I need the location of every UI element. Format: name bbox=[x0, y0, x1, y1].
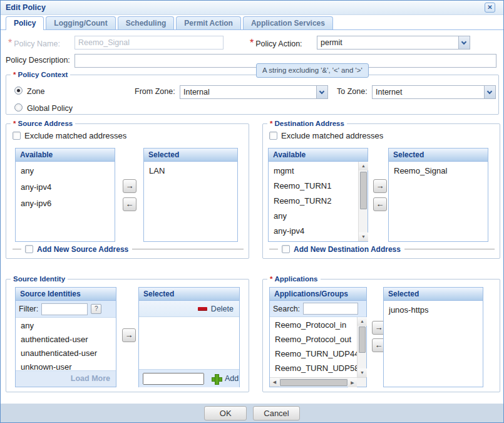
list-item[interactable]: any-ipv6 bbox=[16, 196, 115, 212]
list-item[interactable]: Reemo_TURN_UDP443 bbox=[270, 347, 357, 362]
vertical-scrollbar[interactable]: ▲ ▼ bbox=[358, 162, 368, 241]
ok-button[interactable]: OK bbox=[204, 406, 247, 420]
scroll-up-icon[interactable]: ▲ bbox=[359, 162, 368, 170]
scroll-thumb[interactable] bbox=[359, 326, 366, 353]
move-right-button[interactable]: → bbox=[123, 179, 136, 193]
add-identity-input[interactable] bbox=[143, 373, 204, 385]
delete-toolbar: Delete bbox=[139, 301, 239, 317]
list-item[interactable]: Reemo_TURN_UDP58200 bbox=[270, 362, 357, 376]
add-plus-icon[interactable] bbox=[212, 374, 221, 384]
source-available-panel: Available any any-ipv4 any-ipv6 bbox=[15, 148, 115, 242]
add-row: Add bbox=[139, 369, 239, 387]
filter-input[interactable] bbox=[41, 303, 88, 315]
list-item[interactable]: junos-https bbox=[384, 303, 483, 319]
global-policy-radio[interactable] bbox=[14, 103, 23, 112]
add-new-destination-row: Add New Destination Address bbox=[269, 244, 495, 254]
policy-action-select[interactable]: permit bbox=[317, 36, 470, 50]
source-exclude-checkbox[interactable] bbox=[13, 132, 21, 140]
policy-description-label: Policy Description: bbox=[6, 56, 70, 65]
scroll-down-icon[interactable]: ▼ bbox=[359, 232, 368, 241]
list-item[interactable]: Reemo_Protocol_out bbox=[270, 333, 357, 347]
list-item[interactable]: Reemo_Protocol_in bbox=[270, 318, 357, 333]
tab-permit-action[interactable]: Permit Action bbox=[176, 16, 241, 29]
list-item[interactable]: any-ipv6 bbox=[269, 239, 358, 241]
scroll-left-icon[interactable]: ◀ bbox=[270, 378, 279, 387]
list-item[interactable]: mgmt bbox=[269, 164, 358, 179]
zone-radio[interactable] bbox=[14, 86, 23, 95]
policy-action-label: *Policy Action: bbox=[250, 38, 302, 49]
destination-exclude-row: Exclude matched addresses bbox=[269, 131, 383, 140]
add-new-source-checkbox[interactable] bbox=[25, 245, 33, 253]
to-zone-select[interactable]: Internet bbox=[372, 85, 496, 99]
applications-groups-panel: Applications/Groups Search: Reemo_Protoc… bbox=[269, 287, 367, 387]
tab-logging-count[interactable]: Logging/Count bbox=[46, 16, 115, 29]
list-item[interactable]: any-ipv4 bbox=[16, 180, 115, 196]
list-item[interactable]: Reemo_TURN1 bbox=[269, 179, 358, 194]
list-item[interactable]: any bbox=[16, 164, 115, 180]
help-icon[interactable]: ? bbox=[91, 304, 101, 314]
destination-available-list: mgmt Reemo_TURN1 Reemo_TURN2 any any-ipv… bbox=[269, 162, 358, 241]
list-item[interactable]: any bbox=[269, 209, 358, 224]
list-item[interactable]: unknown-user bbox=[16, 360, 116, 370]
add-new-destination-checkbox[interactable] bbox=[282, 245, 290, 253]
add-button[interactable]: Add bbox=[225, 374, 239, 383]
list-item[interactable]: Reemo_TURN2 bbox=[269, 194, 358, 209]
load-more-button[interactable]: Load More bbox=[16, 370, 116, 387]
move-left-button[interactable]: ← bbox=[123, 197, 136, 211]
list-item[interactable]: any-ipv4 bbox=[269, 224, 358, 239]
source-selected-header: Selected bbox=[144, 149, 237, 162]
search-input[interactable] bbox=[303, 303, 358, 315]
tab-scheduling[interactable]: Scheduling bbox=[118, 16, 175, 29]
applications-list: Reemo_Protocol_in Reemo_Protocol_out Ree… bbox=[270, 317, 357, 377]
to-zone-label: To Zone: bbox=[337, 87, 368, 96]
close-icon[interactable]: ✕ bbox=[485, 3, 495, 13]
scroll-thumb[interactable] bbox=[360, 172, 367, 209]
policy-name-input[interactable] bbox=[75, 36, 224, 50]
delete-button[interactable]: Delete bbox=[211, 305, 234, 313]
tab-policy[interactable]: Policy bbox=[6, 16, 44, 30]
add-new-source-row: Add New Source Address bbox=[13, 244, 244, 254]
delete-minus-icon[interactable] bbox=[198, 307, 207, 310]
vertical-scrollbar[interactable]: ▲ ▼ bbox=[357, 317, 366, 377]
applications-selected-panel: Selected junos-https bbox=[383, 287, 483, 387]
destination-address-fieldset: *Destination Address Exclude matched add… bbox=[262, 123, 500, 259]
add-new-destination-label: Add New Destination Address bbox=[294, 245, 401, 254]
description-tooltip: A string excluding '&', '<' and '>' bbox=[256, 63, 369, 78]
list-item[interactable]: Reemo_Signal bbox=[389, 164, 488, 180]
applications-groups-header: Applications/Groups bbox=[270, 288, 366, 301]
edit-policy-dialog: Edit Policy ✕ Policy Logging/Count Sched… bbox=[0, 0, 504, 423]
list-item[interactable]: unauthenticated-user bbox=[16, 347, 116, 360]
policy-context-fieldset: *Policy Context Zone From Zone: Internal… bbox=[6, 75, 499, 115]
scroll-up-icon[interactable]: ▲ bbox=[357, 317, 367, 326]
scroll-right-icon[interactable]: ▶ bbox=[348, 378, 357, 387]
move-right-button[interactable]: → bbox=[122, 328, 136, 342]
search-label: Search: bbox=[273, 305, 300, 313]
source-selected-list: LAN bbox=[144, 162, 237, 241]
tab-application-services[interactable]: Application Services bbox=[243, 16, 333, 29]
cancel-button[interactable]: Cancel bbox=[253, 406, 299, 420]
applications-selected-list: junos-https bbox=[384, 301, 483, 387]
destination-available-panel: Available mgmt Reemo_TURN1 Reemo_TURN2 a… bbox=[268, 148, 368, 242]
move-left-button[interactable]: ← bbox=[373, 197, 387, 211]
scroll-thumb[interactable] bbox=[280, 379, 347, 386]
list-item[interactable]: authenticated-user bbox=[16, 333, 116, 347]
source-identity-selected-panel: Selected Delete Add bbox=[138, 287, 240, 387]
move-right-button[interactable]: → bbox=[373, 179, 387, 193]
policy-context-legend: *Policy Context bbox=[11, 70, 70, 79]
destination-exclude-checkbox[interactable] bbox=[269, 132, 277, 140]
source-available-header: Available bbox=[16, 149, 115, 162]
destination-available-header: Available bbox=[269, 149, 368, 162]
horizontal-scrollbar[interactable]: ◀ ▶ bbox=[270, 377, 366, 387]
chevron-down-icon[interactable] bbox=[458, 36, 470, 49]
chevron-down-icon[interactable] bbox=[316, 86, 327, 98]
list-item[interactable]: any bbox=[16, 319, 116, 333]
from-zone-select[interactable]: Internal bbox=[180, 85, 328, 99]
required-mark: * bbox=[8, 38, 12, 48]
chevron-down-icon[interactable] bbox=[484, 86, 495, 98]
source-address-legend: *Source Address bbox=[11, 119, 75, 128]
source-identities-panel: Source Identities Filter: ? any authenti… bbox=[15, 287, 116, 387]
list-item[interactable]: LAN bbox=[144, 164, 237, 180]
global-policy-radio-label: Global Policy bbox=[27, 104, 73, 113]
scroll-down-icon[interactable]: ▼ bbox=[357, 368, 367, 377]
filter-label: Filter: bbox=[19, 305, 38, 313]
